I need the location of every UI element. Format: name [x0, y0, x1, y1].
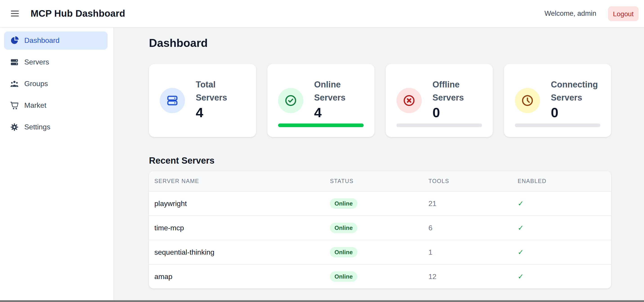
pie-chart-icon [10, 36, 19, 45]
stat-icon-circle [396, 88, 422, 113]
tools-count: 1 [423, 240, 512, 264]
stats-row: Total Servers 4 Online Servers 4 [149, 64, 611, 137]
stat-value: 0 [432, 105, 482, 121]
server-icon [166, 94, 179, 107]
people-group-icon [10, 79, 19, 88]
sidebar-item-settings[interactable]: Settings [4, 118, 108, 136]
column-header-enabled: ENABLED [512, 171, 611, 191]
enabled-check-icon: ✓ [518, 224, 524, 232]
stat-label: Total Servers [196, 78, 245, 104]
stat-card-offline-servers: Offline Servers 0 [386, 64, 493, 137]
column-header-tools: TOOLS [423, 171, 512, 191]
table-header-row: SERVER NAME STATUS TOOLS ENABLED [149, 171, 611, 191]
sidebar-item-dashboard[interactable]: Dashboard [4, 32, 108, 50]
stat-progress-track [278, 123, 364, 127]
stat-card-connecting-servers: Connecting Servers 0 [504, 64, 611, 137]
app-title: MCP Hub Dashboard [30, 8, 125, 19]
logout-button[interactable]: Logout [608, 6, 638, 21]
tools-count: 12 [423, 264, 512, 288]
stat-icon-circle [515, 88, 540, 113]
sidebar-item-label: Dashboard [24, 37, 60, 45]
clock-icon [521, 94, 534, 107]
hamburger-icon [10, 9, 20, 19]
sidebar: Dashboard Servers [0, 27, 114, 300]
check-circle-icon [284, 94, 298, 107]
stat-progress-track [396, 123, 482, 127]
x-circle-icon [402, 94, 416, 107]
page-title: Dashboard [149, 37, 611, 50]
main-content: Dashboard Total Servers 4 [114, 27, 644, 300]
sidebar-item-label: Groups [24, 80, 48, 88]
stat-value: 4 [196, 105, 245, 121]
tools-count: 21 [423, 191, 512, 216]
stat-icon-circle [160, 88, 185, 113]
server-stack-icon [10, 58, 19, 67]
column-header-status: STATUS [325, 171, 423, 191]
hamburger-menu-button[interactable] [7, 6, 23, 22]
sidebar-item-market[interactable]: Market [4, 96, 108, 114]
table-row[interactable]: amap Online 12 ✓ [149, 264, 611, 288]
sidebar-item-label: Market [24, 101, 46, 109]
server-name: sequential-thinking [149, 240, 325, 264]
stat-card-online-servers: Online Servers 4 [267, 64, 374, 137]
stat-label: Offline Servers [432, 78, 482, 104]
stat-label: Connecting Servers [551, 78, 600, 104]
enabled-check-icon: ✓ [518, 200, 524, 207]
server-name: time-mcp [149, 216, 325, 240]
status-badge: Online [330, 247, 357, 257]
stat-value: 0 [551, 105, 600, 121]
column-header-server-name: SERVER NAME [149, 171, 325, 191]
app-window: MCP Hub Dashboard Welcome, admin Logout … [0, 0, 644, 302]
server-name: amap [149, 264, 325, 288]
server-name: playwright [149, 191, 325, 216]
top-header: MCP Hub Dashboard Welcome, admin Logout [0, 0, 644, 28]
enabled-check-icon: ✓ [518, 248, 524, 256]
welcome-text: Welcome, admin [544, 10, 596, 18]
table-row[interactable]: playwright Online 21 ✓ [149, 191, 611, 216]
sidebar-item-servers[interactable]: Servers [4, 53, 108, 71]
status-badge: Online [330, 271, 357, 282]
gear-icon [10, 123, 19, 132]
table-row[interactable]: sequential-thinking Online 1 ✓ [149, 240, 611, 264]
stat-icon-circle [278, 88, 303, 113]
recent-servers-table: SERVER NAME STATUS TOOLS ENABLED playwri… [149, 171, 611, 288]
table-row[interactable]: time-mcp Online 6 ✓ [149, 216, 611, 240]
window-bottom-edge [0, 300, 644, 302]
shopping-cart-icon [10, 101, 19, 110]
sidebar-item-label: Servers [24, 58, 49, 66]
recent-servers-title: Recent Servers [149, 156, 611, 166]
sidebar-item-groups[interactable]: Groups [4, 75, 108, 93]
stat-value: 4 [314, 105, 364, 121]
status-badge: Online [330, 198, 357, 209]
enabled-check-icon: ✓ [518, 273, 524, 280]
tools-count: 6 [423, 216, 512, 240]
status-badge: Online [330, 222, 357, 233]
sidebar-item-label: Settings [24, 123, 50, 131]
stat-progress-track [515, 123, 600, 127]
stat-label: Online Servers [314, 78, 364, 104]
stat-card-total-servers: Total Servers 4 [149, 64, 256, 137]
